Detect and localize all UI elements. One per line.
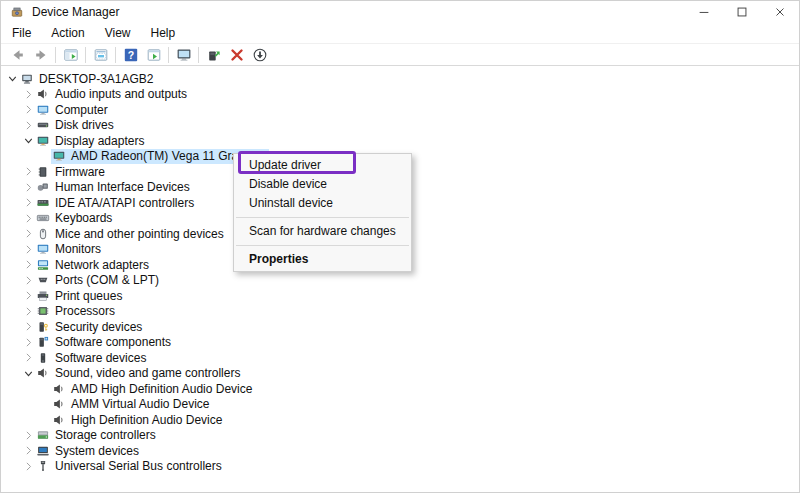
tree-row[interactable]: Universal Serial Bus controllers — [1, 459, 799, 475]
chevron-right-icon[interactable] — [21, 87, 35, 101]
tree-row[interactable]: Software components — [1, 335, 799, 351]
chevron-right-icon[interactable] — [21, 273, 35, 287]
action-pane-button[interactable] — [142, 45, 165, 65]
tree-item[interactable]: Storage controllers — [35, 428, 159, 444]
tree-item[interactable]: Ports (COM & LPT) — [35, 273, 162, 289]
chevron-down-icon[interactable] — [21, 366, 35, 380]
context-menu-item-properties[interactable]: Properties — [234, 250, 411, 269]
maximize-button[interactable] — [723, 1, 761, 23]
tree-item[interactable]: Software devices — [35, 350, 149, 366]
context-menu-separator — [236, 217, 409, 218]
tree-item[interactable]: Monitors — [35, 242, 104, 258]
svg-text:?: ? — [127, 49, 133, 61]
context-menu: Update driverDisable deviceUninstall dev… — [233, 153, 412, 272]
tree-item[interactable]: Network adapters — [35, 257, 152, 273]
display-icon — [35, 134, 51, 148]
chevron-right-icon[interactable] — [21, 351, 35, 365]
minimize-button[interactable] — [685, 1, 723, 23]
properties-button[interactable] — [89, 45, 112, 65]
chevron-right-icon[interactable] — [21, 103, 35, 117]
menu-file[interactable]: File — [2, 23, 41, 43]
tree-row[interactable]: Audio inputs and outputs — [1, 87, 799, 103]
tree-row[interactable]: Sound, video and game controllers — [1, 366, 799, 382]
chevron-right-icon[interactable] — [21, 304, 35, 318]
tree-row[interactable]: System devices — [1, 443, 799, 459]
menu-action[interactable]: Action — [41, 23, 94, 43]
tree-row[interactable]: Security devices — [1, 319, 799, 335]
tree-item[interactable]: Universal Serial Bus controllers — [35, 459, 225, 475]
help-button[interactable]: ? — [119, 45, 142, 65]
chevron-down-icon[interactable] — [21, 134, 35, 148]
chevron-right-icon[interactable] — [21, 444, 35, 458]
chevron-right-icon[interactable] — [21, 196, 35, 210]
tree-row[interactable]: Processors — [1, 304, 799, 320]
close-button[interactable] — [761, 1, 799, 23]
tree-item-label: High Definition Audio Device — [71, 413, 222, 427]
tree-item[interactable]: Mice and other pointing devices — [35, 226, 227, 242]
chevron-right-icon[interactable] — [21, 227, 35, 241]
show-console-tree-button[interactable] — [59, 45, 82, 65]
chevron-right-icon[interactable] — [21, 118, 35, 132]
tree-item[interactable]: Disk drives — [35, 118, 117, 134]
tree-row[interactable]: Print queues — [1, 288, 799, 304]
tree-item[interactable]: AMD High Definition Audio Device — [51, 381, 255, 397]
tree-row[interactable]: High Definition Audio Device — [1, 412, 799, 428]
tree-row[interactable]: Storage controllers — [1, 428, 799, 444]
context-menu-item-uninstall-device[interactable]: Uninstall device — [234, 194, 411, 213]
chevron-right-icon[interactable] — [21, 242, 35, 256]
chevron-right-icon[interactable] — [21, 258, 35, 272]
chevron-right-icon[interactable] — [21, 320, 35, 334]
tree-item-label: Storage controllers — [55, 428, 156, 442]
tree-item[interactable]: System devices — [35, 443, 142, 459]
tree-item[interactable]: IDE ATA/ATAPI controllers — [35, 195, 197, 211]
tree-item[interactable]: Firmware — [35, 164, 108, 180]
chevron-right-icon[interactable] — [21, 459, 35, 473]
tree-row[interactable]: Display adapters — [1, 133, 799, 149]
menu-view[interactable]: View — [95, 23, 141, 43]
tree-item[interactable]: Security devices — [35, 319, 145, 335]
tree-item[interactable]: Print queues — [35, 288, 125, 304]
disable-button[interactable] — [248, 45, 271, 65]
scan-hardware-button[interactable] — [172, 45, 195, 65]
tree-row[interactable]: Software devices — [1, 350, 799, 366]
toolbar-separator — [198, 47, 199, 63]
tree-item[interactable]: Software components — [35, 335, 174, 351]
context-menu-item-update-driver[interactable]: Update driver — [234, 156, 411, 175]
software-device-icon — [35, 351, 51, 365]
back-icon — [10, 47, 26, 63]
chevron-right-icon[interactable] — [21, 289, 35, 303]
tree-item[interactable]: Audio inputs and outputs — [35, 87, 190, 103]
tree-item[interactable]: Keyboards — [35, 211, 115, 227]
tree-item[interactable]: Display adapters — [35, 133, 147, 149]
tree-item-label: Human Interface Devices — [55, 180, 190, 194]
chevron-down-icon[interactable] — [5, 72, 19, 86]
chevron-right-icon[interactable] — [21, 180, 35, 194]
tree-item-label: Universal Serial Bus controllers — [55, 459, 222, 473]
tree-item[interactable]: High Definition Audio Device — [51, 412, 225, 428]
tree-item[interactable]: Processors — [35, 304, 118, 320]
tree-row[interactable]: Disk drives — [1, 118, 799, 134]
tree-item[interactable]: Human Interface Devices — [35, 180, 193, 196]
context-menu-item-disable-device[interactable]: Disable device — [234, 175, 411, 194]
tree-row[interactable]: Computer — [1, 102, 799, 118]
chevron-right-icon[interactable] — [21, 335, 35, 349]
tree-item[interactable]: AMM Virtual Audio Device — [51, 397, 213, 413]
tree-row[interactable]: AMM Virtual Audio Device — [1, 397, 799, 413]
network-icon — [35, 258, 51, 272]
tree-row[interactable]: AMD High Definition Audio Device — [1, 381, 799, 397]
tree-item[interactable]: Computer — [35, 102, 111, 118]
tree-row[interactable]: DESKTOP-3A1AGB2 — [1, 71, 799, 87]
tree-item[interactable]: Sound, video and game controllers — [35, 366, 243, 382]
tree-row[interactable]: Ports (COM & LPT) — [1, 273, 799, 289]
menu-help[interactable]: Help — [141, 23, 186, 43]
monitor-icon — [35, 103, 51, 117]
uninstall-button[interactable] — [225, 45, 248, 65]
chevron-right-icon[interactable] — [21, 211, 35, 225]
chevron-right-icon[interactable] — [21, 428, 35, 442]
back-button[interactable] — [6, 45, 29, 65]
forward-button[interactable] — [29, 45, 52, 65]
context-menu-item-scan-for-hardware-changes[interactable]: Scan for hardware changes — [234, 222, 411, 241]
chevron-right-icon[interactable] — [21, 165, 35, 179]
update-driver-button[interactable] — [202, 45, 225, 65]
tree-item[interactable]: DESKTOP-3A1AGB2 — [19, 71, 157, 87]
